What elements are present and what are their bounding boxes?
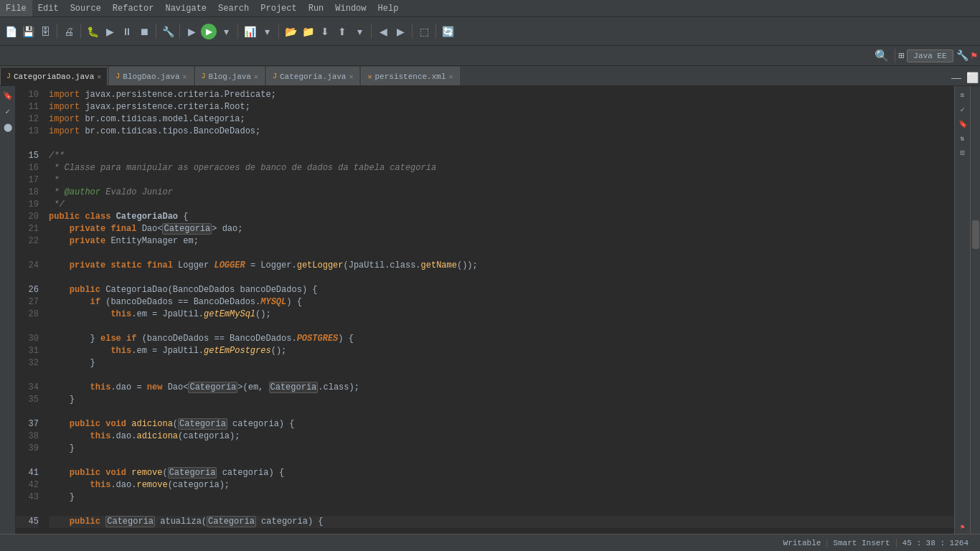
menu-source[interactable]: Source bbox=[65, 0, 107, 17]
code-line-23 bbox=[49, 248, 954, 260]
left-icon-bookmarks[interactable]: 🔖 bbox=[1, 89, 14, 102]
right-icon-warning[interactable]: ⚑ bbox=[956, 521, 969, 534]
forward-button[interactable]: ▶ bbox=[392, 24, 408, 39]
code-line-22: private EntityManager em; bbox=[49, 235, 954, 248]
ln-33 bbox=[16, 369, 39, 382]
status-bar: Writable Smart Insert 45 : 38 : 1264 bbox=[0, 534, 980, 551]
menu-refactor[interactable]: Refactor bbox=[107, 0, 160, 17]
right-icon-outline[interactable]: ⊡ bbox=[956, 146, 969, 159]
code-line-36 bbox=[49, 406, 954, 418]
tab-blog-close[interactable]: ✕ bbox=[254, 72, 258, 81]
menu-run[interactable]: Run bbox=[303, 0, 330, 17]
tab-persistence[interactable]: ✕ persistence.xml ✕ bbox=[361, 67, 459, 85]
right-panel: ≡ ✓ 🔖 ⇅ ⊡ ⚑ bbox=[954, 86, 970, 534]
next-annotation-button[interactable]: ⬇ bbox=[317, 24, 333, 39]
status-writable[interactable]: Writable bbox=[778, 539, 828, 547]
right-icon-overview[interactable]: ≡ bbox=[956, 89, 969, 102]
perspective-javaee[interactable]: Java EE bbox=[907, 50, 953, 62]
sep10 bbox=[895, 49, 895, 63]
maximize-editor-button[interactable]: ⬚ bbox=[416, 24, 432, 39]
suspend-button[interactable]: ⏸ bbox=[119, 24, 135, 39]
ln-29 bbox=[16, 321, 39, 333]
ln-13: 13 bbox=[16, 126, 39, 138]
back-button[interactable]: ◀ bbox=[375, 24, 391, 39]
code-line-13: import br.com.tidicas.tipos.BancoDeDados… bbox=[49, 126, 954, 138]
right-icon-tasks2[interactable]: ✓ bbox=[956, 103, 969, 116]
code-line-25 bbox=[49, 272, 954, 284]
tab-persistence-close[interactable]: ✕ bbox=[449, 72, 453, 81]
code-line-16: * Classe para manipular as operacoes de … bbox=[49, 162, 954, 174]
menu-help[interactable]: Help bbox=[372, 0, 405, 17]
sep9 bbox=[435, 24, 436, 39]
perspective-icon2[interactable]: 🔧 bbox=[956, 50, 969, 62]
menu-project[interactable]: Project bbox=[255, 0, 302, 17]
ln-31: 31 bbox=[16, 345, 39, 357]
annotation-dropdown[interactable]: ▾ bbox=[352, 24, 367, 39]
ln-18: 18 bbox=[16, 187, 39, 199]
tab-categoria[interactable]: J Categoria.java ✕ bbox=[266, 67, 359, 85]
tabs-bar: J CategoriaDao.java ✕ J BlogDao.java ✕ J… bbox=[0, 66, 980, 86]
tab-categoriadao-close[interactable]: ✕ bbox=[97, 72, 101, 81]
code-line-27: if (bancoDeDados == BancoDeDados.MYSQL) … bbox=[49, 296, 954, 309]
refresh-button[interactable]: 🔄 bbox=[440, 24, 456, 39]
minimize-editor-btn[interactable]: — bbox=[948, 70, 964, 85]
run-last-button[interactable]: ▶ bbox=[184, 24, 199, 39]
menu-search[interactable]: Search bbox=[212, 0, 255, 17]
terminate-button[interactable]: ⏹ bbox=[136, 24, 152, 39]
ln-21: 21 bbox=[16, 223, 39, 235]
right-icon-diff[interactable]: ⇅ bbox=[956, 132, 969, 145]
tab-categoriadao-icon: J bbox=[6, 72, 11, 80]
coverage-dropdown[interactable]: ▾ bbox=[259, 24, 275, 39]
right-icon-bookmarks2[interactable]: 🔖 bbox=[956, 118, 969, 131]
tab-blogdao-close[interactable]: ✕ bbox=[183, 72, 187, 81]
code-line-20: public class CategoriaDao { bbox=[49, 211, 954, 223]
sep7 bbox=[371, 24, 372, 39]
code-line-32: } bbox=[49, 357, 954, 369]
ln-19: 19 bbox=[16, 199, 39, 211]
tab-blog-label: Blog.java bbox=[209, 72, 251, 81]
run-dropdown[interactable]: ▾ bbox=[218, 24, 234, 39]
sep3 bbox=[156, 24, 156, 39]
open-resource-button[interactable]: 📁 bbox=[300, 24, 316, 39]
status-position[interactable]: 45 : 38 : 1264 bbox=[897, 539, 974, 547]
resume-button[interactable]: ▶ bbox=[102, 24, 118, 39]
maximize-btn[interactable]: ⬜ bbox=[964, 70, 980, 85]
code-line-15: /** bbox=[49, 150, 954, 162]
sep5 bbox=[237, 24, 238, 39]
perspective-icon3[interactable]: ⚑ bbox=[971, 50, 977, 62]
menu-edit[interactable]: Edit bbox=[32, 0, 65, 17]
debug-button[interactable]: 🐛 bbox=[85, 24, 100, 39]
code-line-24: private static final Logger LOGGER = Log… bbox=[49, 260, 954, 272]
status-insert-mode[interactable]: Smart Insert bbox=[827, 539, 896, 547]
open-type-button[interactable]: 📂 bbox=[283, 24, 298, 39]
code-area[interactable]: import javax.persistence.criteria.Predic… bbox=[43, 86, 954, 534]
tab-categoriadao[interactable]: J CategoriaDao.java ✕ bbox=[0, 67, 108, 85]
save-button[interactable]: 💾 bbox=[20, 24, 36, 39]
menu-bar: File Edit Source Refactor Navigate Searc… bbox=[0, 0, 980, 17]
open-perspective-icon[interactable]: ⊞ bbox=[898, 50, 904, 62]
new-button[interactable]: 📄 bbox=[3, 24, 19, 39]
menu-navigate[interactable]: Navigate bbox=[159, 0, 212, 17]
tab-blog[interactable]: J Blog.java ✕ bbox=[195, 67, 265, 85]
scrollbar-thumb[interactable] bbox=[972, 220, 979, 249]
menu-window[interactable]: Window bbox=[329, 0, 372, 17]
tab-blogdao[interactable]: J BlogDao.java ✕ bbox=[109, 67, 193, 85]
run-button[interactable]: ▶ bbox=[201, 24, 217, 39]
ext-tools-button[interactable]: 🔧 bbox=[160, 24, 176, 39]
code-line-39: } bbox=[49, 443, 954, 455]
toolbar: 📄 💾 🗄 🖨 🐛 ▶ ⏸ ⏹ 🔧 ▶ ▶ ▾ 📊 ▾ 📂 📁 ⬇ ⬆ ▾ ◀ … bbox=[0, 17, 980, 46]
code-line-12: import br.com.tidicas.model.Categoria; bbox=[49, 113, 954, 126]
code-line-28: this.em = JpaUtil.getEmMySql(); bbox=[49, 309, 954, 321]
coverage-button[interactable]: 📊 bbox=[242, 24, 258, 39]
print-button[interactable]: 🖨 bbox=[61, 24, 77, 39]
prev-annotation-button[interactable]: ⬆ bbox=[334, 24, 350, 39]
save-all-button[interactable]: 🗄 bbox=[37, 24, 53, 39]
tab-categoria-close[interactable]: ✕ bbox=[349, 72, 353, 81]
search-icon[interactable]: 🔍 bbox=[872, 47, 892, 65]
ln-43: 43 bbox=[16, 491, 39, 504]
left-icon-breakpoints[interactable]: ⬤ bbox=[1, 121, 14, 133]
ln-40 bbox=[16, 455, 39, 467]
scrollbar[interactable] bbox=[970, 86, 980, 534]
left-icon-tasks[interactable]: ✓ bbox=[1, 105, 14, 118]
menu-file[interactable]: File bbox=[0, 0, 32, 17]
